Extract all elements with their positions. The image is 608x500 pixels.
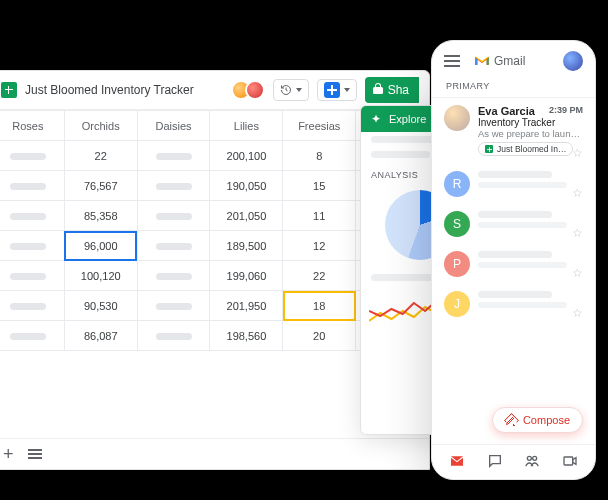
cell[interactable] [137, 321, 210, 351]
cell[interactable]: 198,560 [210, 321, 283, 351]
cell[interactable]: 12 [283, 231, 356, 261]
cell[interactable]: 85,358 [64, 201, 137, 231]
cell[interactable]: 86,087 [64, 321, 137, 351]
cell[interactable] [137, 171, 210, 201]
gmail-primary-tab[interactable]: PRIMARY [432, 77, 595, 98]
chevron-down-icon [296, 88, 302, 92]
nav-chat-icon[interactable] [486, 453, 504, 469]
star-icon[interactable]: ☆ [572, 186, 583, 200]
gmail-bottom-nav [432, 444, 595, 479]
cell[interactable] [0, 291, 64, 321]
cell[interactable] [0, 171, 64, 201]
account-avatar[interactable] [563, 51, 583, 71]
col-header[interactable]: Orchids [64, 111, 137, 141]
compose-button[interactable]: Compose [492, 407, 583, 433]
placeholder-bar [478, 182, 567, 188]
placeholder-bar [478, 302, 567, 308]
sheets-title: Just Bloomed Inventory Tracker [25, 83, 194, 97]
email-subject: Inventory Tracker [478, 117, 583, 128]
cell[interactable]: 15 [283, 171, 356, 201]
cell[interactable]: 189,500 [210, 231, 283, 261]
pencil-icon [505, 414, 517, 426]
add-sheet-button[interactable]: + [3, 445, 14, 463]
cell[interactable] [137, 231, 210, 261]
placeholder-bar [478, 211, 552, 218]
email-preview: As we prepare to launch the… [478, 128, 583, 139]
cell[interactable]: 11 [283, 201, 356, 231]
cell[interactable] [137, 201, 210, 231]
cell[interactable]: 190,050 [210, 171, 283, 201]
attachment-chip-label: Just Bloomed In… [497, 144, 566, 154]
sender-avatar [444, 105, 470, 131]
sheets-logo-icon [1, 82, 17, 98]
cell[interactable] [0, 261, 64, 291]
star-icon[interactable]: ☆ [572, 266, 583, 280]
nav-spaces-icon[interactable] [523, 453, 541, 469]
col-header[interactable]: Freesias [283, 111, 356, 141]
email-row[interactable]: J☆ [432, 284, 595, 324]
share-label: Sha [388, 83, 409, 97]
placeholder-bar [371, 151, 430, 158]
cell[interactable]: 201,050 [210, 201, 283, 231]
gmail-topbar: Gmail [432, 51, 595, 77]
cell[interactable]: 76,567 [64, 171, 137, 201]
cell[interactable] [0, 201, 64, 231]
svg-point-0 [528, 456, 532, 460]
lock-icon [373, 85, 383, 95]
cell[interactable]: 96,000 [64, 231, 137, 261]
cell[interactable]: 22 [64, 141, 137, 171]
collaborator-avatars[interactable] [237, 80, 265, 100]
cell[interactable]: 201,950 [210, 291, 283, 321]
cell[interactable]: 20 [283, 321, 356, 351]
cell[interactable]: 199,060 [210, 261, 283, 291]
sender-avatar: J [444, 291, 470, 317]
col-header[interactable]: Daisies [137, 111, 210, 141]
nav-mail-icon[interactable] [448, 453, 466, 469]
placeholder-bar [478, 291, 552, 298]
placeholder-bar [478, 262, 567, 268]
placeholder-bar [478, 171, 552, 178]
star-icon[interactable]: ☆ [572, 146, 583, 160]
cell[interactable] [0, 231, 64, 261]
star-icon[interactable]: ☆ [572, 306, 583, 320]
star-icon[interactable]: ☆ [572, 226, 583, 240]
cell[interactable] [0, 321, 64, 351]
cell[interactable] [137, 141, 210, 171]
placeholder-bar [478, 222, 567, 228]
cell[interactable]: 18 [283, 291, 356, 321]
toolbar-insert-dropdown[interactable] [317, 79, 357, 101]
sheets-tab-bar: + [0, 438, 429, 469]
cell[interactable] [137, 261, 210, 291]
chevron-down-icon [344, 88, 350, 92]
share-button[interactable]: Sha [365, 77, 419, 103]
cell[interactable]: 90,530 [64, 291, 137, 321]
cell[interactable] [0, 141, 64, 171]
sheets-chip-icon [485, 145, 493, 153]
cell[interactable]: 8 [283, 141, 356, 171]
sender-avatar: P [444, 251, 470, 277]
toolbar-history-dropdown[interactable] [273, 79, 309, 101]
col-header[interactable]: Roses [0, 111, 64, 141]
explore-icon [371, 113, 383, 125]
gmail-brand: Gmail [474, 54, 525, 68]
cell[interactable]: 200,100 [210, 141, 283, 171]
col-header[interactable]: Lilies [210, 111, 283, 141]
nav-meet-icon[interactable] [561, 453, 579, 469]
all-sheets-icon[interactable] [28, 449, 42, 459]
email-row[interactable]: R☆ [432, 164, 595, 204]
attachment-chip[interactable]: Just Bloomed In… [478, 142, 573, 156]
history-icon [280, 84, 292, 96]
plus-box-icon [324, 82, 340, 98]
cell[interactable] [137, 291, 210, 321]
placeholder-bar [478, 251, 552, 258]
gmail-phone: Gmail PRIMARY Eva Garcia Inventory Track… [431, 40, 596, 480]
cell[interactable]: 100,120 [64, 261, 137, 291]
gmail-thread-list: Eva Garcia Inventory Tracker As we prepa… [432, 98, 595, 444]
menu-icon[interactable] [444, 55, 460, 67]
email-row[interactable]: P☆ [432, 244, 595, 284]
cell[interactable]: 22 [283, 261, 356, 291]
avatar[interactable] [245, 80, 265, 100]
email-row[interactable]: S☆ [432, 204, 595, 244]
email-row-featured[interactable]: Eva Garcia Inventory Tracker As we prepa… [432, 98, 595, 164]
email-timestamp: 2:39 PM [549, 105, 583, 115]
